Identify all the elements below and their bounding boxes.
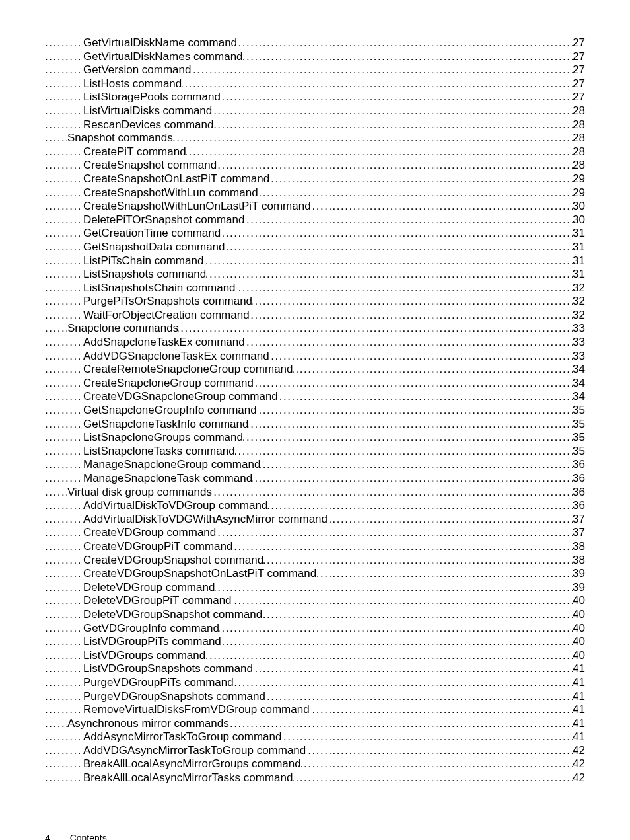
toc-entry[interactable]: 39CreateVDGroupSnapshotOnLastPiT command [45, 568, 585, 579]
toc-entry-label: DeleteVDGroupPiT command [83, 595, 232, 606]
toc-entry-label: AddAsyncMirrorTaskToGroup command [83, 731, 281, 742]
toc-entry-label: GetVirtualDiskName command [83, 37, 237, 48]
toc-entry-page: 35 [573, 418, 585, 430]
toc-entry-page: 40 [573, 623, 585, 634]
toc-entry-page: 34 [573, 391, 585, 402]
toc-entry[interactable]: 34CreateSnapcloneGroup command [45, 377, 585, 389]
toc-entry[interactable]: 40ListVDGroupPiTs command [45, 636, 585, 647]
toc-entry[interactable]: 27ListHosts command [45, 78, 585, 89]
toc-entry[interactable]: 37AddVirtualDiskToVDGWithAsyncMirror com… [45, 514, 585, 525]
toc-entry-label: PurgeVDGroupSnapshots command [83, 691, 265, 702]
toc-entry[interactable]: 33Snapclone commands [45, 323, 585, 334]
toc-entry[interactable]: 41PurgeVDGroupSnapshots command [45, 691, 585, 702]
toc-entry[interactable]: 38CreateVDGroupSnapshot command [45, 554, 585, 566]
toc-entry-page: 32 [573, 282, 585, 293]
toc-entry-label: AddVDGAsyncMirrorTaskToGroup command [83, 745, 306, 756]
toc-entry-page: 40 [573, 636, 585, 647]
toc-entry[interactable]: 42BreakAllLocalAsyncMirrorTasks command [45, 772, 585, 783]
toc-entry[interactable]: 28RescanDevices command [45, 119, 585, 130]
toc-entry[interactable]: 27GetVirtualDiskName command [45, 37, 585, 48]
toc-entry-label: ListVDGroupPiTs command [83, 636, 221, 647]
toc-entry-page: 36 [573, 500, 585, 511]
toc-entry[interactable]: 41ListVDGroupSnapshots command [45, 663, 585, 674]
toc-entry-page: 35 [573, 432, 585, 443]
toc-entry[interactable]: 42AddVDGAsyncMirrorTaskToGroup command [45, 745, 585, 756]
toc-entry[interactable]: 35ListSnapcloneGroups command [45, 432, 585, 443]
toc-entry[interactable]: 33AddVDGSnapcloneTaskEx command [45, 350, 585, 362]
toc-entry[interactable]: 41RemoveVirtualDisksFromVDGroup command [45, 704, 585, 715]
toc-entry-label: CreateSnapshotWithLunOnLastPiT command [83, 200, 311, 211]
toc-entry[interactable]: 35GetSnapcloneTaskInfo command [45, 418, 585, 430]
toc-entry[interactable]: 32PurgePiTsOrSnapshots command [45, 295, 585, 307]
toc-entry[interactable]: 31GetSnapshotData command [45, 241, 585, 252]
toc-entry-label: GetSnapshotData command [83, 241, 225, 252]
toc-entry-page: 37 [573, 527, 585, 538]
toc-entry-label: DeleteVDGroup command [83, 582, 215, 593]
toc-entry-label: CreateSnapshotOnLastPiT command [83, 173, 269, 184]
toc-entry-page: 28 [573, 159, 585, 171]
page-container: 27GetVirtualDiskName command27GetVirtual… [0, 0, 630, 840]
toc-entry-page: 39 [573, 582, 585, 593]
toc-entry[interactable]: 27GetVersion command [45, 64, 585, 75]
toc-entry[interactable]: 27GetVirtualDiskNames command [45, 51, 585, 62]
toc-entry[interactable]: 32ListSnapshotsChain command [45, 282, 585, 293]
toc-entry-label: GetSnapcloneGroupInfo command [83, 404, 257, 416]
toc-entry[interactable]: 31ListSnapshots command [45, 268, 585, 280]
toc-entry[interactable]: 37CreateVDGroup command [45, 527, 585, 538]
toc-entry-page: 27 [573, 78, 585, 89]
toc-entry[interactable]: 36ManageSnapcloneGroup command [45, 459, 585, 470]
toc-entry[interactable]: 30DeletePiTOrSnapshot command [45, 214, 585, 225]
toc-entry[interactable]: 40DeleteVDGroupSnapshot command [45, 609, 585, 620]
toc-entry-page: 27 [573, 37, 585, 48]
toc-entry-label: Snapshot commands [67, 132, 173, 143]
toc-entry[interactable]: 41PurgeVDGroupPiTs command [45, 677, 585, 688]
toc-entry-page: 36 [573, 459, 585, 470]
toc-entry[interactable]: 33AddSnapcloneTaskEx command [45, 336, 585, 348]
toc-entry[interactable]: 40ListVDGroups command [45, 650, 585, 661]
toc-entry-page: 29 [573, 187, 585, 198]
toc-entry-page: 42 [573, 772, 585, 783]
toc-entry-page: 38 [573, 554, 585, 566]
toc-entry-page: 36 [573, 473, 585, 484]
toc-entry[interactable]: 35GetSnapcloneGroupInfo command [45, 404, 585, 416]
toc-entry-label: RescanDevices command [83, 119, 213, 130]
toc-entry[interactable]: 36AddVirtualDiskToVDGroup command [45, 500, 585, 511]
toc-entry[interactable]: 28CreateSnapshot command [45, 159, 585, 171]
toc-entry[interactable]: 38CreateVDGroupPiT command [45, 541, 585, 552]
toc-entry-page: 29 [573, 173, 585, 184]
toc-entry[interactable]: 40DeleteVDGroupPiT command [45, 595, 585, 606]
toc-entry[interactable]: 30CreateSnapshotWithLunOnLastPiT command [45, 200, 585, 211]
toc-entry[interactable]: 41AddAsyncMirrorTaskToGroup command [45, 731, 585, 742]
toc-entry[interactable]: 28ListVirtualDisks command [45, 105, 585, 116]
toc-entry[interactable]: 36ManageSnapcloneTask command [45, 473, 585, 484]
toc-entry-page: 28 [573, 132, 585, 143]
toc-entry-page: 31 [573, 268, 585, 280]
toc-entry-page: 31 [573, 241, 585, 252]
toc-entry[interactable]: 34CreateRemoteSnapcloneGroup command [45, 363, 585, 375]
toc-entry-label: ListSnapshotsChain command [83, 282, 236, 293]
toc-entry-label: PurgeVDGroupPiTs command [83, 677, 234, 688]
toc-entry[interactable]: 36Virtual disk group commands [45, 486, 585, 498]
toc-entry-page: 41 [573, 718, 585, 729]
toc-entry[interactable]: 35ListSnapcloneTasks command [45, 445, 585, 457]
toc-entry[interactable]: 29CreateSnapshotWithLun command [45, 187, 585, 198]
toc-entry-label: AddVirtualDiskToVDGroup command [83, 500, 267, 511]
toc-entry[interactable]: 39DeleteVDGroup command [45, 582, 585, 593]
toc-entry-page: 27 [573, 51, 585, 62]
toc-entry-label: ListHosts command [83, 78, 182, 89]
toc-entry[interactable]: 42BreakAllLocalAsyncMirrorGroups command [45, 758, 585, 769]
toc-entry[interactable]: 32WaitForObjectCreation command [45, 309, 585, 321]
toc-entry[interactable]: 40GetVDGroupInfo command [45, 623, 585, 634]
toc-entry[interactable]: 31GetCreationTime command [45, 227, 585, 239]
toc-entry[interactable]: 29CreateSnapshotOnLastPiT command [45, 173, 585, 184]
toc-entry[interactable]: 41Asynchronous mirror commands [45, 718, 585, 729]
toc-entry-label: CreateVDGroupSnapshotOnLastPiT command [83, 568, 316, 579]
toc-entry-label: PurgePiTsOrSnapshots command [83, 295, 252, 307]
toc-entry[interactable]: 28CreatePiT command [45, 146, 585, 157]
toc-entry[interactable]: 34CreateVDGSnapcloneGroup command [45, 391, 585, 402]
toc-entry[interactable]: 31ListPiTsChain command [45, 255, 585, 266]
toc-entry-label: GetSnapcloneTaskInfo command [83, 418, 248, 430]
toc-entry-page: 39 [573, 568, 585, 579]
toc-entry[interactable]: 27ListStoragePools command [45, 91, 585, 102]
toc-entry[interactable]: 28Snapshot commands [45, 132, 585, 143]
